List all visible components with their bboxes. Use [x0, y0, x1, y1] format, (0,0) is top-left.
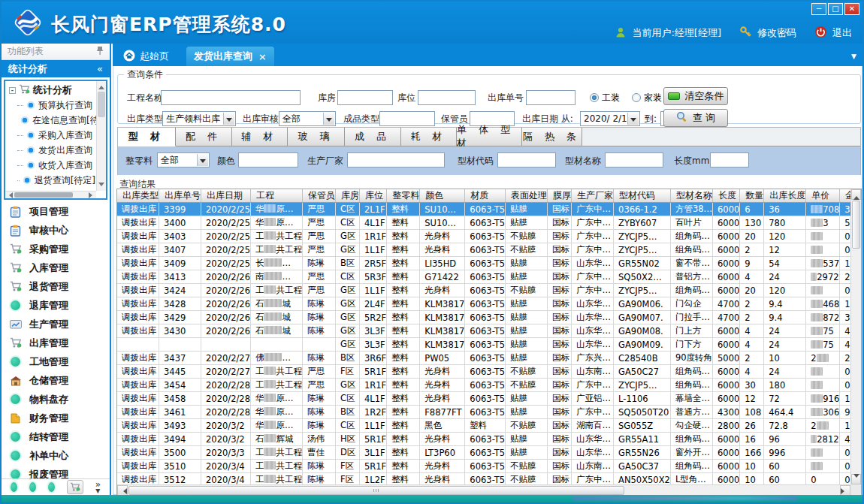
material-tab[interactable]: 隔 热 条: [522, 128, 582, 146]
table-row[interactable]: 调拨出库34132020/2/26南…严思C区5R3F整料G714226063-…: [117, 270, 850, 284]
table-row[interactable]: 调拨出库34292020/2/26石城陈琳G区5R2F整料KLM38176063…: [117, 311, 850, 324]
tree-expander-icon[interactable]: -: [9, 87, 16, 94]
table-row[interactable]: 调拨出库34932020/3/2华原…陈琳C区1L1F整料黑色塑料不贴膜国标湖南…: [117, 419, 850, 433]
table-h-scrollbar[interactable]: [117, 484, 850, 496]
column-header[interactable]: 工程: [250, 189, 302, 203]
table-row[interactable]: 调拨出库34002020/2/25华原…严思C区4L1F整料SU10…6063-…: [117, 216, 850, 230]
scroll-thumb[interactable]: [852, 201, 860, 249]
scroll-thumb[interactable]: [98, 92, 105, 117]
sidebar-menu-item[interactable]: 项目管理: [2, 202, 110, 221]
tree-h-scrollbar[interactable]: [5, 191, 96, 198]
column-header[interactable]: 长度: [713, 189, 740, 203]
tree-item[interactable]: 预算执行查询: [7, 98, 95, 113]
table-row[interactable]: 调拨出库34372020/2/27佛…陈琳B区3R6F整料PW056063-T5…: [117, 352, 850, 365]
table-row[interactable]: 调拨出库34242020/2/26工共工程严思G区1L1F整料光身料6063-T…: [117, 284, 850, 297]
tree-item[interactable]: 发货出库查询: [7, 143, 95, 158]
column-header[interactable]: 保管员: [302, 189, 335, 203]
column-header[interactable]: 颜色: [420, 189, 465, 203]
module-dot-icon[interactable]: [29, 482, 36, 492]
module-cart-button[interactable]: [67, 480, 83, 494]
column-header[interactable]: 出库日期: [201, 189, 251, 203]
sidebar-menu-item[interactable]: 生产管理: [2, 315, 110, 333]
audit-select[interactable]: 全部: [279, 111, 336, 126]
column-header[interactable]: 出库长度: [764, 189, 806, 203]
profile-code-input[interactable]: [497, 152, 556, 167]
column-header[interactable]: 型材名称: [670, 189, 712, 203]
radio-option[interactable]: 工装: [590, 90, 620, 105]
dropdown-caret-icon[interactable]: [323, 113, 334, 125]
sidebar-menu-item[interactable]: 结转管理: [2, 427, 110, 446]
sidebar-menu-item[interactable]: 退库管理: [2, 296, 110, 315]
color-input[interactable]: [238, 152, 298, 167]
radio-option[interactable]: 家装: [632, 90, 662, 105]
table-row[interactable]: G区3L3F整料KLM38176063-T5贴膜国标山东华…GA90M09.门下…: [117, 338, 850, 352]
scroll-thumb[interactable]: [14, 192, 73, 198]
module-dot-icon[interactable]: [48, 482, 55, 492]
column-header[interactable]: 生产厂家: [572, 189, 614, 203]
table-row[interactable]: 调拨出库35102020/3/4工共工程陈琳F区5R1F整料光身料6063-T5…: [117, 460, 850, 473]
table-row[interactable]: 调拨出库34612020/2/28华原…陈琳B区1R2F整料F8877FT606…: [117, 406, 850, 419]
dropdown-caret-icon[interactable]: [197, 154, 208, 166]
dropdown-caret-icon[interactable]: [627, 113, 639, 125]
collapse-icon[interactable]: «: [97, 63, 103, 74]
search-button[interactable]: 查 询: [663, 109, 728, 127]
more-modules-button[interactable]: »▾: [95, 481, 101, 493]
table-row[interactable]: 调拨出库33992020/2/25华原…严思C区2L1F整料SU10…6063-…: [117, 203, 850, 216]
tree-item[interactable]: 在途信息查询[待: [7, 113, 95, 128]
column-header[interactable]: 库位: [359, 189, 386, 203]
tree-item[interactable]: 退货查询[待定]: [7, 173, 95, 188]
scroll-thumb[interactable]: [128, 486, 624, 495]
table-row[interactable]: 调拨出库34582020/2/28华原…陈琳C区4L1F整料光身料6063-T5…: [117, 392, 850, 406]
length-input[interactable]: [710, 152, 749, 167]
close-button[interactable]: ✕: [844, 3, 859, 15]
column-header[interactable]: 材质: [465, 189, 506, 203]
table-row[interactable]: 调拨出库34942020/3/2石辉城汤伟H区5R1F整料光身料6063-T5贴…: [117, 433, 850, 446]
column-header[interactable]: 整零料: [387, 189, 420, 203]
sidebar-menu-item[interactable]: 退货管理: [2, 277, 110, 296]
sidebar-menu-item[interactable]: 审核中心: [2, 221, 110, 240]
tree-v-scrollbar[interactable]: [96, 81, 106, 191]
clear-conditions-button[interactable]: 清空条件: [663, 87, 728, 105]
column-header[interactable]: 出库单号: [159, 189, 201, 203]
section-header[interactable]: 统计分析 «: [2, 60, 110, 77]
column-header[interactable]: 单价: [806, 189, 840, 203]
sidebar-menu-item[interactable]: 入库管理: [2, 258, 110, 277]
sidebar-menu-item[interactable]: 出库管理: [2, 333, 110, 352]
tree-root[interactable]: - 统计分析: [7, 83, 95, 98]
tab-list-caret-icon[interactable]: ▼: [851, 53, 856, 60]
date-from-select[interactable]: 2020/ 2/16: [580, 111, 640, 126]
tab-home[interactable]: 起始页: [116, 47, 177, 66]
material-tab[interactable]: 型 材: [118, 128, 176, 146]
sidebar-menu-item[interactable]: 仓储管理: [2, 371, 110, 390]
column-header[interactable]: 库房: [335, 189, 359, 203]
whole-piece-select[interactable]: 全部: [157, 152, 210, 167]
sidebar-menu-item[interactable]: 财务管理: [2, 409, 110, 427]
out-type-select[interactable]: 生产领料出库: [162, 111, 236, 126]
project-name-input[interactable]: [161, 90, 301, 105]
module-dot-icon[interactable]: [11, 482, 17, 492]
table-row[interactable]: 调拨出库34282020/2/26石城陈琳G区2L4F整料KLM38176063…: [117, 297, 850, 311]
table-row[interactable]: 调拨出库34092020/2/25长…陈琳B区2R5F整料LI35HD6063-…: [117, 257, 850, 270]
column-header[interactable]: 表面处理: [506, 189, 548, 203]
maker-input[interactable]: [347, 152, 445, 167]
tree-item[interactable]: 收货入库查询: [7, 158, 95, 173]
material-tab[interactable]: 玻 璃: [288, 128, 345, 146]
product-type-input[interactable]: [379, 111, 435, 126]
table-row[interactable]: 调拨出库34072020/2/25工共工程严思G区1L1F整料光身料6063-T…: [117, 243, 850, 257]
sidebar-menu-item[interactable]: 补单中心: [2, 446, 110, 465]
table-row[interactable]: 调拨出库34032020/2/25工共工程严思G区1R1F整料光身料6063-T…: [117, 230, 850, 243]
material-tab[interactable]: 成 品: [345, 128, 401, 146]
table-row[interactable]: 调拨出库34302020/2/26石城陈琳G区3L3F整料KLM38176063…: [117, 324, 850, 338]
sidebar-menu-item[interactable]: 采购管理: [2, 240, 110, 258]
column-header[interactable]: 膜厚: [548, 189, 572, 203]
tab-active[interactable]: 发货出库查询 ×: [186, 47, 274, 66]
sidebar-menu-item[interactable]: 物料盘存: [2, 390, 110, 409]
table-row[interactable]: 调拨出库34542020/2/28工共工程严思G区1R1F整料光身料6063-T…: [117, 379, 850, 392]
logout-link[interactable]: 退出: [832, 26, 852, 40]
table-v-scrollbar[interactable]: [850, 189, 861, 484]
sidebar-menu-item[interactable]: 工地管理: [2, 352, 110, 371]
tree-item[interactable]: 采购入库查询: [7, 128, 95, 143]
profile-name-input[interactable]: [605, 152, 663, 167]
material-tab[interactable]: 耗 材: [401, 128, 457, 146]
order-no-input[interactable]: [526, 90, 575, 105]
